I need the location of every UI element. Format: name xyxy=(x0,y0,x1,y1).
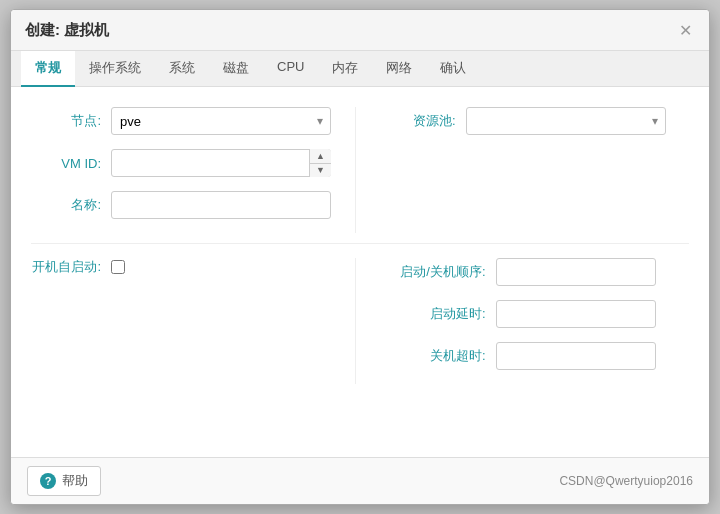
vmid-increment-button[interactable]: ▲ xyxy=(310,149,331,164)
vmid-spinner: 101 ▲ ▼ xyxy=(111,149,331,177)
name-row: 名称: xyxy=(31,191,335,219)
boot-order-row: 启动/关机顺序: any xyxy=(386,258,690,286)
form-divider xyxy=(31,243,689,244)
form-columns: 节点: pve VM ID: 101 ▲ ▼ xyxy=(31,107,689,233)
boot-delay-input[interactable]: default xyxy=(496,300,656,328)
left-column: 节点: pve VM ID: 101 ▲ ▼ xyxy=(31,107,356,233)
help-label: 帮助 xyxy=(62,472,88,490)
boot-delay-row: 启动延时: default xyxy=(386,300,690,328)
shutdown-timeout-label: 关机超时: xyxy=(386,347,496,365)
name-label: 名称: xyxy=(31,196,111,214)
node-row: 节点: pve xyxy=(31,107,335,135)
help-button[interactable]: ? 帮助 xyxy=(27,466,101,496)
bottom-columns: 开机自启动: 启动/关机顺序: any 启动延时: default xyxy=(31,258,689,384)
tab-system[interactable]: 系统 xyxy=(155,51,209,87)
autostart-label: 开机自启动: xyxy=(31,258,111,276)
tab-general[interactable]: 常规 xyxy=(21,51,75,87)
footer-watermark: CSDN@Qwertyuiop2016 xyxy=(559,474,693,488)
tab-disk[interactable]: 磁盘 xyxy=(209,51,263,87)
vmid-spinner-buttons: ▲ ▼ xyxy=(309,149,331,177)
resource-pool-label: 资源池: xyxy=(386,112,466,130)
resource-pool-select-wrapper xyxy=(466,107,666,135)
shutdown-timeout-input[interactable]: default xyxy=(496,342,656,370)
tab-memory[interactable]: 内存 xyxy=(318,51,372,87)
boot-order-input[interactable]: any xyxy=(496,258,656,286)
right-column: 资源池: xyxy=(356,107,690,233)
shutdown-timeout-row: 关机超时: default xyxy=(386,342,690,370)
resource-pool-select[interactable] xyxy=(466,107,666,135)
tab-bar: 常规 操作系统 系统 磁盘 CPU 内存 网络 确认 xyxy=(11,51,709,87)
close-button[interactable]: ✕ xyxy=(675,20,695,40)
vmid-row: VM ID: 101 ▲ ▼ xyxy=(31,149,335,177)
autostart-checkbox[interactable] xyxy=(111,260,125,274)
name-input[interactable] xyxy=(111,191,331,219)
boot-delay-label: 启动延时: xyxy=(386,305,496,323)
autostart-row: 开机自启动: xyxy=(31,258,335,276)
dialog-body: 节点: pve VM ID: 101 ▲ ▼ xyxy=(11,87,709,457)
tab-cpu[interactable]: CPU xyxy=(263,51,318,87)
tab-confirm[interactable]: 确认 xyxy=(426,51,480,87)
vmid-label: VM ID: xyxy=(31,156,111,171)
watermark-text: CSDN@Qwertyuiop2016 xyxy=(559,474,693,488)
boot-options-column: 启动/关机顺序: any 启动延时: default 关机超时: default xyxy=(356,258,690,384)
node-select-wrapper: pve xyxy=(111,107,331,135)
resource-pool-row: 资源池: xyxy=(386,107,690,135)
boot-order-label: 启动/关机顺序: xyxy=(386,263,496,281)
dialog-title: 创建: 虚拟机 xyxy=(25,21,109,40)
node-label: 节点: xyxy=(31,112,111,130)
tab-network[interactable]: 网络 xyxy=(372,51,426,87)
vmid-decrement-button[interactable]: ▼ xyxy=(310,164,331,178)
vmid-input[interactable]: 101 xyxy=(111,149,331,177)
create-vm-dialog: 创建: 虚拟机 ✕ 常规 操作系统 系统 磁盘 CPU 内存 网络 确认 节点:… xyxy=(10,9,710,505)
dialog-footer: ? 帮助 CSDN@Qwertyuiop2016 xyxy=(11,457,709,504)
autostart-column: 开机自启动: xyxy=(31,258,356,384)
help-icon: ? xyxy=(40,473,56,489)
node-select[interactable]: pve xyxy=(111,107,331,135)
dialog-header: 创建: 虚拟机 ✕ xyxy=(11,10,709,51)
tab-os[interactable]: 操作系统 xyxy=(75,51,155,87)
